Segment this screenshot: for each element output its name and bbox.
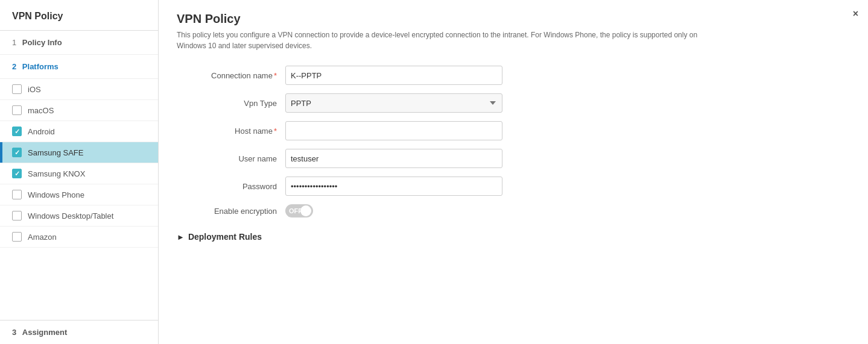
form-section: Connection name* Vpn Type PPTP L2TP IPSe… (177, 66, 647, 217)
page-description: This policy lets you configure a VPN con… (177, 30, 720, 51)
sidebar-platform-windows-desktop[interactable]: Windows Desktop/Tablet (0, 205, 158, 227)
android-label: Android (28, 127, 55, 136)
ios-checkbox[interactable] (12, 84, 22, 94)
android-checkbox[interactable] (12, 127, 22, 136)
sidebar-item-assignment[interactable]: 3 Assignment (0, 320, 158, 344)
host-name-row: Host name* (177, 121, 647, 140)
ios-label: iOS (28, 85, 41, 94)
sidebar: VPN Policy 1 Policy Info 2 Platforms iOS… (0, 0, 159, 344)
enable-encryption-toggle[interactable]: OFF (285, 204, 313, 217)
user-name-input[interactable] (285, 149, 502, 168)
password-row: Password (177, 177, 647, 196)
toggle-container: OFF (285, 204, 313, 217)
close-button[interactable]: × (853, 8, 858, 19)
connection-name-row: Connection name* (177, 66, 647, 85)
samsung-safe-checkbox[interactable] (12, 148, 22, 157)
macos-label: macOS (28, 106, 54, 115)
host-name-input[interactable] (285, 121, 502, 140)
vpn-type-row: Vpn Type PPTP L2TP IPSec SSL (177, 93, 647, 113)
amazon-label: Amazon (28, 233, 57, 242)
host-name-label: Host name* (177, 127, 285, 136)
vpn-type-select[interactable]: PPTP L2TP IPSec SSL (285, 93, 502, 113)
deployment-arrow-icon: ► (177, 233, 185, 242)
deployment-rules-label: Deployment Rules (188, 232, 262, 242)
sidebar-platform-ios[interactable]: iOS (0, 79, 158, 100)
toggle-knob (300, 205, 311, 216)
macos-checkbox[interactable] (12, 105, 22, 115)
samsung-knox-label: Samsung KNOX (28, 169, 85, 178)
main-content: × VPN Policy This policy lets you config… (159, 0, 868, 344)
windows-desktop-label: Windows Desktop/Tablet (28, 211, 113, 220)
sidebar-platform-samsung-safe[interactable]: Samsung SAFE (0, 142, 158, 163)
user-name-label: User name (177, 154, 285, 163)
deployment-rules[interactable]: ► Deployment Rules (177, 232, 850, 242)
windows-desktop-checkbox[interactable] (12, 211, 22, 220)
sidebar-platform-amazon[interactable]: Amazon (0, 227, 158, 248)
samsung-knox-checkbox[interactable] (12, 169, 22, 178)
sidebar-title: VPN Policy (0, 0, 158, 31)
sidebar-platform-windows-phone[interactable]: Windows Phone (0, 184, 158, 205)
sidebar-platform-macos[interactable]: macOS (0, 100, 158, 121)
amazon-checkbox[interactable] (12, 232, 22, 242)
connection-name-label: Connection name* (177, 71, 285, 80)
enable-encryption-label: Enable encryption (177, 207, 285, 216)
modal-container: VPN Policy 1 Policy Info 2 Platforms iOS… (0, 0, 868, 344)
enable-encryption-row: Enable encryption OFF (177, 204, 647, 217)
sidebar-item-policy-info[interactable]: 1 Policy Info (0, 31, 158, 55)
sidebar-item-platforms[interactable]: 2 Platforms (0, 55, 158, 79)
windows-phone-checkbox[interactable] (12, 190, 22, 199)
password-input[interactable] (285, 177, 502, 196)
user-name-row: User name (177, 149, 647, 168)
password-label: Password (177, 182, 285, 191)
vpn-type-label: Vpn Type (177, 99, 285, 108)
samsung-safe-label: Samsung SAFE (28, 148, 84, 157)
sidebar-platform-samsung-knox[interactable]: Samsung KNOX (0, 163, 158, 184)
connection-name-input[interactable] (285, 66, 502, 85)
sidebar-platform-android[interactable]: Android (0, 121, 158, 142)
page-title: VPN Policy (177, 12, 850, 26)
windows-phone-label: Windows Phone (28, 190, 84, 199)
